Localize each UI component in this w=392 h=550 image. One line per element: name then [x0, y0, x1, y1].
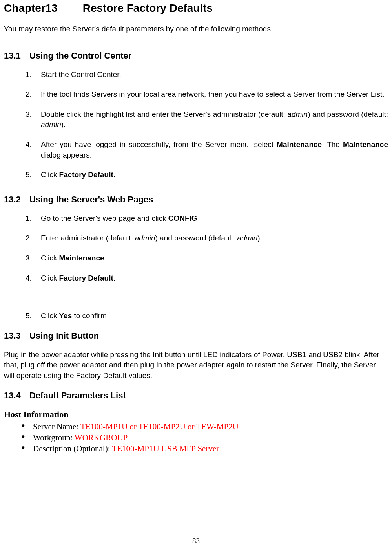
list-item: Workgroup: WORKGROUP	[21, 432, 388, 443]
step-text: Click	[41, 312, 59, 320]
intro-paragraph: You may restore the Server's default par…	[4, 24, 388, 34]
param-label: Description (Optional):	[33, 444, 112, 453]
section-number: 13.3	[4, 331, 21, 341]
italic-text: admin	[237, 234, 258, 242]
italic-text: admin	[135, 234, 155, 242]
step-item: Click Yes to confirm	[34, 311, 388, 321]
step-item: Click Factory Default.	[34, 273, 388, 284]
step-item: Enter administrator (default: admin) and…	[34, 233, 388, 244]
step-text: Click	[41, 254, 59, 262]
section-131-title: 13.1 Using the Control Center	[4, 51, 388, 61]
section-131-steps: Start the Control Center. If the tool fi…	[4, 70, 388, 180]
bold-text: Factory Default	[59, 274, 113, 282]
section-133-title: 13.3 Using Init Button	[4, 331, 388, 341]
param-value: TE100-MP1U USB MFP Server	[112, 444, 219, 453]
page-number: 83	[0, 537, 392, 545]
step-item: If the tool finds Servers in your local …	[34, 89, 388, 100]
step-text: After you have logged in successfully, f…	[41, 140, 277, 148]
host-info-list: Server Name: TE100-MP1U or TE100-MP2U or…	[4, 421, 388, 455]
section-133-body: Plug in the power adaptor while pressing…	[4, 350, 388, 381]
step-item: Click Factory Default.	[34, 170, 388, 180]
step-text: ) and password (default:	[155, 234, 237, 242]
italic-text: admin	[287, 110, 308, 118]
step-text: Click	[41, 274, 59, 282]
section-label: Default Parameters List	[29, 390, 126, 400]
chapter-title: Chapter13 Restore Factory Defaults	[4, 2, 388, 15]
step-text: .	[104, 254, 106, 262]
list-item: Server Name: TE100-MP1U or TE100-MP2U or…	[21, 421, 388, 432]
param-value: WORKGROUP	[75, 433, 128, 442]
step-text: . The	[322, 140, 343, 148]
step-text: ) and password (default:	[308, 110, 388, 118]
host-info-heading: Host Information	[4, 409, 388, 420]
param-value: TE100-MP1U or TE100-MP2U or TEW-MP2U	[80, 422, 239, 431]
step-text: Enter administrator (default:	[41, 234, 135, 242]
step-item: Click Maintenance.	[34, 253, 388, 264]
param-label: Workgroup:	[33, 433, 75, 442]
section-number: 13.2	[4, 194, 21, 204]
step-item: Start the Control Center.	[34, 70, 388, 80]
chapter-label: Restore Factory Defaults	[83, 2, 213, 14]
step-item: After you have logged in successfully, f…	[34, 139, 388, 160]
step-item: Double click the highlight list and ente…	[34, 109, 388, 130]
bold-text: Maintenance	[277, 140, 322, 148]
step-text: to confirm	[72, 312, 107, 320]
chapter-number: Chapter13	[4, 2, 58, 14]
step-text: Click	[41, 170, 59, 179]
bold-text: Maintenance	[343, 140, 388, 148]
step-text: ).	[61, 120, 66, 128]
bold-text: Yes	[59, 312, 72, 320]
section-label: Using the Control Center	[29, 51, 131, 60]
section-132-steps: Go to the Server's web page and click CO…	[4, 213, 388, 321]
bold-text: Maintenance	[59, 254, 104, 262]
list-item: Description (Optional): TE100-MP1U USB M…	[21, 443, 388, 454]
bold-text: Factory Default.	[59, 170, 115, 179]
section-label: Using Init Button	[29, 331, 99, 341]
bold-text: CONFIG	[168, 214, 197, 222]
section-label: Using the Server's Web Pages	[29, 194, 153, 204]
italic-text: admin	[41, 120, 61, 128]
step-text: Go to the Server's web page and click	[41, 214, 168, 222]
step-text: Start the Control Center.	[41, 70, 121, 79]
step-text: .	[113, 274, 115, 282]
step-text: Double click the highlight list and ente…	[41, 110, 287, 118]
step-text: dialog appears.	[41, 151, 92, 159]
step-item: Go to the Server's web page and click CO…	[34, 213, 388, 224]
section-number: 13.4	[4, 390, 21, 400]
section-134-title: 13.4 Default Parameters List	[4, 390, 388, 401]
document-page: Chapter13 Restore Factory Defaults You m…	[0, 0, 392, 550]
param-label: Server Name:	[33, 422, 80, 431]
step-text: If the tool finds Servers in your local …	[41, 90, 384, 98]
step-text: ).	[257, 234, 262, 242]
section-number: 13.1	[4, 51, 21, 60]
section-132-title: 13.2 Using the Server's Web Pages	[4, 194, 388, 205]
